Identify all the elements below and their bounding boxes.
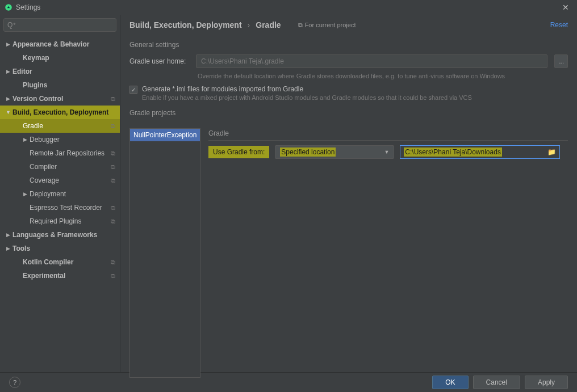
breadcrumb-b: Gradle (256, 20, 281, 29)
sidebar: Q⁺ ▶Appearance & Behavior ▶Keymap ▶Edito… (0, 15, 120, 372)
tree-keymap[interactable]: ▶Keymap (0, 51, 120, 65)
titlebar: Settings ✕ (0, 0, 577, 15)
gradle-home-desc: Override the default location where Grad… (198, 73, 568, 79)
search-icon: Q⁺ (7, 21, 16, 29)
use-gradle-from-select[interactable]: Specified location ▼ (275, 145, 394, 159)
gradle-projects-list[interactable]: NullPointerException (129, 128, 200, 378)
project-item[interactable]: NullPointerException (130, 129, 200, 141)
context-label: ⧉ For current project (298, 22, 356, 29)
gradle-location-input[interactable]: C:\Users\Phani Teja\Downloads 📁 (400, 145, 560, 159)
cancel-button[interactable]: Cancel (473, 376, 520, 389)
use-gradle-from-label: Use Gradle from: (208, 146, 269, 158)
tree-kotlin-compiler[interactable]: ▶Kotlin Compiler⧉ (0, 255, 120, 269)
tree-editor[interactable]: ▶Editor (0, 65, 120, 78)
project-scope-icon: ⧉ (111, 123, 115, 130)
gradle-fieldset: Gradle (208, 129, 568, 141)
tree-experimental[interactable]: ▶Experimental⧉ (0, 269, 120, 283)
tree-gradle[interactable]: Gradle⧉ (0, 119, 120, 133)
tree-deployment[interactable]: ▶Deployment (0, 187, 120, 201)
browse-home-button[interactable]: … (554, 54, 568, 68)
reset-link[interactable]: Reset (550, 21, 568, 29)
tree-debugger[interactable]: ▶Debugger (0, 133, 120, 146)
tree-compiler[interactable]: ▶Compiler⧉ (0, 160, 120, 174)
tree-required-plugins[interactable]: ▶Required Plugins⧉ (0, 214, 120, 228)
project-scope-icon: ⧉ (111, 218, 115, 225)
tree-appearance[interactable]: ▶Appearance & Behavior (0, 37, 120, 51)
project-scope-icon: ⧉ (111, 259, 115, 266)
project-scope-icon: ⧉ (298, 22, 303, 29)
generate-iml-label: Generate *.iml files for modules importe… (142, 85, 472, 93)
main-panel: Build, Execution, Deployment › Gradle ⧉ … (120, 15, 577, 372)
project-scope-icon: ⧉ (111, 150, 115, 157)
project-scope-icon: ⧉ (111, 177, 115, 184)
search-input[interactable]: Q⁺ (3, 18, 116, 32)
android-studio-icon (5, 3, 12, 11)
general-settings-header: General settings (129, 41, 568, 49)
apply-button[interactable]: Apply (525, 376, 568, 389)
tree-tools[interactable]: ▶Tools (0, 242, 120, 255)
project-scope-icon: ⧉ (111, 163, 115, 171)
settings-tree: ▶Appearance & Behavior ▶Keymap ▶Editor ▶… (0, 35, 120, 372)
tree-coverage[interactable]: ▶Coverage⧉ (0, 174, 120, 187)
chevron-down-icon: ▼ (384, 149, 389, 155)
gradle-home-label: Gradle user home: (129, 57, 189, 65)
project-scope-icon: ⧉ (111, 204, 115, 212)
project-scope-icon: ⧉ (111, 272, 115, 280)
ok-button[interactable]: OK (432, 376, 468, 389)
tree-remote-jar[interactable]: ▶Remote Jar Repositories⧉ (0, 146, 120, 160)
chevron-right-icon: › (248, 20, 250, 29)
gradle-projects-header: Gradle projects (129, 109, 568, 117)
breadcrumb: Build, Execution, Deployment › Gradle (129, 20, 281, 29)
tree-version-control[interactable]: ▶Version Control⧉ (0, 92, 120, 106)
breadcrumb-a[interactable]: Build, Execution, Deployment (129, 20, 242, 29)
tree-plugins[interactable]: ▶Plugins (0, 78, 120, 92)
generate-iml-checkbox[interactable]: ✓ (129, 86, 137, 94)
tree-build[interactable]: ▼Build, Execution, Deployment (0, 106, 120, 119)
project-scope-icon: ⧉ (111, 95, 115, 103)
help-button[interactable]: ? (9, 377, 20, 388)
tree-espresso[interactable]: ▶Espresso Test Recorder⧉ (0, 201, 120, 214)
folder-icon[interactable]: 📁 (547, 148, 556, 156)
generate-iml-desc: Enable if you have a mixed project with … (142, 94, 472, 101)
close-icon[interactable]: ✕ (559, 2, 572, 13)
tree-languages[interactable]: ▶Languages & Frameworks (0, 228, 120, 242)
gradle-home-input[interactable]: C:\Users\Phani Teja\.gradle (196, 54, 547, 68)
window-title: Settings (16, 3, 40, 11)
